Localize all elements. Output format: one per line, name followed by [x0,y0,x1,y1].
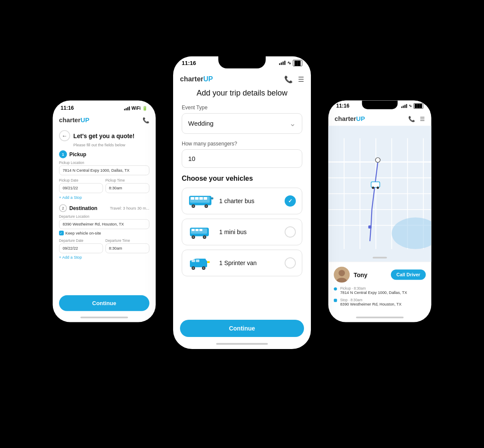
left-status-icons: WiFi 🔋 [124,105,148,111]
driver-name: Tony [354,271,387,278]
drag-handle[interactable] [372,256,387,258]
travel-info: Travel: 3 hours 30 m... [110,206,149,210]
svg-point-26 [203,267,205,269]
svg-rect-10 [211,198,213,199]
charter-bus-label: 1 charter bus [219,198,279,204]
departure-time-col: Departure Time 8:30am [105,237,149,253]
left-phone: 11:16 WiFi 🔋 charterUP 📞 [53,100,155,322]
right-home-indicator [356,316,403,318]
center-phone-icon[interactable]: 📞 [284,75,293,83]
center-status-icons: ∿ ██ [279,60,302,66]
signal-icon [124,106,130,110]
pickup-date-label: Pickup Date [59,178,103,182]
left-logo: charterUP [59,117,89,124]
mini-bus-label: 1 mini bus [219,229,279,235]
right-notch [362,100,398,109]
pickup-time: Pickup · 8:30am [340,286,407,290]
sprinter-van-label: 1 Sprinter van [219,260,279,266]
pickup-time-col: Pickup Time 8:30am [105,176,149,193]
center-notch-area: 11:16 ∿ ██ [173,56,311,72]
battery-icon: 🔋 [142,105,148,111]
phone-icon[interactable]: 📞 [143,117,149,124]
right-notch-area: 11:16 ∿ ███ [328,100,431,112]
event-type-label: Event Type [182,105,302,111]
vehicle-card-mini-bus[interactable]: 1 mini bus [182,219,302,245]
pickup-date-input[interactable]: 09/21/22 [59,183,103,193]
quote-subtitle: Please fill out the fields below [73,142,149,147]
svg-rect-15 [199,229,202,231]
add-stop-2[interactable]: + Add a Stop [59,255,82,260]
right-menu-icon[interactable]: ☰ [420,116,425,122]
event-type-select[interactable]: Wedding ⌄ [182,113,302,134]
passengers-input[interactable]: 10 [182,149,302,168]
checkmark-icon: ✓ [60,231,62,235]
passengers-label: How many passengers? [182,141,302,147]
destination-section: 2 Destination Travel: 3 hours 30 m... De… [59,204,149,260]
right-logo: charterUP [335,115,365,123]
back-button[interactable]: ← [59,130,70,141]
svg-rect-13 [192,229,195,231]
right-battery-icon: ███ [413,103,423,108]
center-continue-button[interactable]: Continue [180,320,304,337]
pickup-date-time-row: Pickup Date 09/21/22 Pickup Time 8:30am [59,176,149,193]
stop-square-wrapper [334,299,337,302]
pickup-address: 7814 N Central Expy 1000, Dallas, TX [340,290,407,295]
right-time: 11:16 [336,102,350,108]
vehicle-card-charter-bus[interactable]: 1 charter bus ✓ [182,188,302,214]
charter-bus-toggle[interactable]: ✓ [285,195,296,207]
svg-rect-14 [195,229,199,231]
destination-label: Destination [69,205,97,211]
keep-vehicle-label: Keep vehicle on-site [65,231,101,235]
svg-rect-3 [195,197,199,200]
destination-time: Stop · 8:30am [340,298,401,302]
mini-bus-toggle[interactable] [285,226,296,238]
destination-header: 2 Destination Travel: 3 hours 30 m... [59,204,149,212]
left-status-bar: 11:16 WiFi 🔋 [53,100,155,113]
center-battery-icon: ██ [293,60,302,66]
center-logo: charterUP [180,75,213,83]
keep-vehicle-checkbox[interactable]: ✓ [59,231,64,235]
avatar-svg [334,266,350,282]
call-driver-button[interactable]: Call Driver [391,269,426,280]
center-notch [218,56,266,68]
pickup-time-label: Pickup Time [105,178,149,182]
svg-point-7 [192,205,194,207]
left-continue-button[interactable]: Continue [59,295,149,311]
right-nav: charterUP 📞 ☰ [328,112,431,126]
wifi-icon: WiFi [131,105,140,110]
right-phone-icon[interactable]: 📞 [408,116,415,122]
svg-rect-43 [371,182,380,187]
add-stop-1[interactable]: + Add a Stop [59,195,82,199]
step2-circle: 2 [59,204,67,212]
left-nav-icons: 📞 [143,117,149,124]
svg-rect-42 [368,225,371,228]
center-phone: 11:16 ∿ ██ charterUP 📞 [173,56,311,349]
charter-bus-icon [188,193,214,209]
step1-circle: 1 [59,150,67,158]
back-header: ← Let's get you a quote! [59,130,149,141]
pickup-time-input[interactable]: 8:30am [105,183,149,193]
center-menu-icon[interactable]: ☰ [298,75,304,83]
departure-time-input[interactable]: 8:30am [105,243,149,253]
right-phone: 11:16 ∿ ███ charterUP 📞 [328,100,431,322]
passengers-value: 10 [188,155,195,162]
center-signal-icon [279,61,285,65]
left-content: ← Let's get you a quote! Please fill out… [53,127,155,292]
sprinter-van-toggle[interactable] [285,257,296,269]
back-icon: ← [62,132,68,139]
pickup-header: 1 Pickup [59,150,149,158]
trip-stop-destination: Stop · 8:30am 8390 Westheimer Rd, Housto… [334,298,425,306]
svg-point-24 [192,267,194,269]
departure-location-input[interactable]: 8390 Westheimer Rd, Houston, TX [59,219,149,229]
chevron-down-icon: ⌄ [289,119,296,128]
svg-rect-4 [199,197,203,200]
pickup-location-label: Pickup Location [59,161,149,164]
pickup-location-input[interactable]: 7814 N Central Expy 1000, Dallas, TX [59,165,149,175]
center-time: 11:16 [182,60,196,66]
map-area [328,126,431,262]
departure-date-label: Departure Date [59,238,103,242]
vehicle-card-sprinter-van[interactable]: 1 Sprinter van [182,250,302,276]
svg-point-9 [205,205,207,207]
departure-date-input[interactable]: 09/22/22 [59,243,103,253]
svg-rect-2 [191,197,194,200]
